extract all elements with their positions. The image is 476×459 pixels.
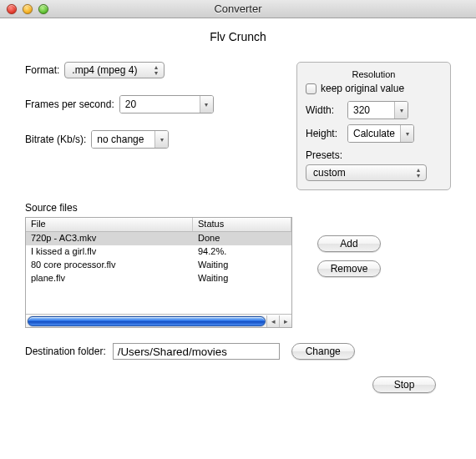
width-value: 320 [353, 104, 370, 116]
width-label: Width: [306, 104, 344, 116]
table-row[interactable]: I kissed a girl.flv94.2%. [26, 245, 291, 259]
presets-label: Presets: [306, 149, 442, 161]
app-title: Flv Crunch [25, 30, 451, 43]
keep-original-checkbox[interactable] [306, 83, 316, 94]
stop-button[interactable]: Stop [372, 376, 436, 393]
table-row[interactable]: plane.flvWaiting [26, 272, 291, 285]
file-cell: I kissed a girl.flv [26, 245, 193, 259]
presets-popup[interactable]: custom ▴▾ [306, 164, 427, 181]
format-popup[interactable]: .mp4 (mpeg 4) ▴▾ [64, 62, 165, 78]
change-button[interactable]: Change [291, 343, 355, 360]
bitrate-combo[interactable]: no change ▾ [91, 130, 169, 149]
file-column-header[interactable]: File [26, 218, 193, 231]
status-cell: Done [193, 232, 291, 245]
chevron-down-icon: ▾ [154, 131, 168, 148]
destination-label: Destination folder: [25, 346, 106, 357]
file-cell: plane.flv [26, 272, 193, 285]
bitrate-label: Bitrate (Kb/s): [25, 134, 86, 145]
bitrate-value: no change [97, 134, 144, 145]
format-label: Format: [25, 64, 59, 76]
source-files-label: Source files [25, 202, 451, 214]
resolution-title: Resolution [306, 69, 442, 79]
file-cell: 80 core processor.flv [26, 259, 193, 272]
status-cell: Waiting [193, 272, 291, 285]
chevron-down-icon: ▾ [394, 102, 408, 119]
scroll-left-icon[interactable]: ◂ [266, 315, 279, 327]
add-button[interactable]: Add [317, 235, 381, 252]
width-combo[interactable]: 320 ▾ [347, 101, 408, 119]
updown-icon: ▴▾ [152, 64, 160, 76]
status-cell: 94.2%. [193, 245, 291, 259]
window-title: Converter [0, 3, 476, 15]
updown-icon: ▴▾ [414, 167, 423, 179]
fps-combo[interactable]: 20 ▾ [119, 95, 214, 113]
presets-value: custom [313, 167, 346, 179]
fps-label: Frames per second: [25, 98, 114, 110]
height-label: Height: [306, 128, 344, 139]
status-cell: Waiting [193, 259, 291, 272]
table-row[interactable]: 720p - AC3.mkvDone [26, 232, 291, 245]
source-files-table[interactable]: File Status 720p - AC3.mkvDoneI kissed a… [25, 217, 292, 328]
file-cell: 720p - AC3.mkv [26, 232, 193, 245]
horizontal-scrollbar[interactable]: ◂ ▸ [26, 314, 291, 327]
window-titlebar: Converter [0, 0, 476, 18]
chevron-down-icon: ▾ [200, 96, 213, 113]
format-value: .mp4 (mpeg 4) [72, 64, 137, 76]
height-value: Calculate [353, 128, 395, 139]
scroll-right-icon[interactable]: ▸ [279, 315, 291, 327]
height-combo[interactable]: Calculate ▾ [347, 124, 414, 143]
remove-button[interactable]: Remove [317, 260, 381, 277]
keep-original-label: keep original value [321, 83, 404, 94]
status-column-header[interactable]: Status [193, 218, 291, 231]
fps-value: 20 [125, 98, 136, 110]
table-row[interactable]: 80 core processor.flvWaiting [26, 259, 291, 272]
destination-input[interactable] [113, 343, 280, 360]
chevron-down-icon: ▾ [400, 125, 413, 142]
resolution-group: Resolution keep original value Width: 32… [296, 62, 451, 190]
scroll-thumb[interactable] [28, 316, 266, 326]
